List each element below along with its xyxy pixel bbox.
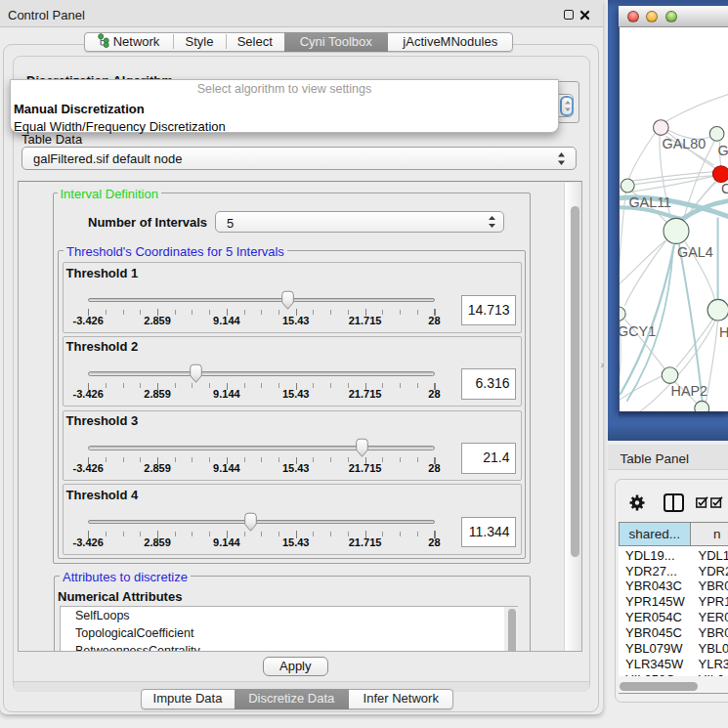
svg-text:GAL4: GAL4: [676, 244, 712, 260]
svg-text:GCY1: GCY1: [619, 323, 656, 339]
svg-text:HAP2: HAP2: [670, 382, 707, 398]
svg-text:GAL1: GAL1: [717, 143, 728, 158]
svg-text:GAL11: GAL11: [628, 194, 671, 210]
svg-text:H: H: [719, 323, 728, 339]
svg-text:CD: CD: [721, 181, 728, 196]
svg-text:GAL80: GAL80: [662, 135, 706, 150]
